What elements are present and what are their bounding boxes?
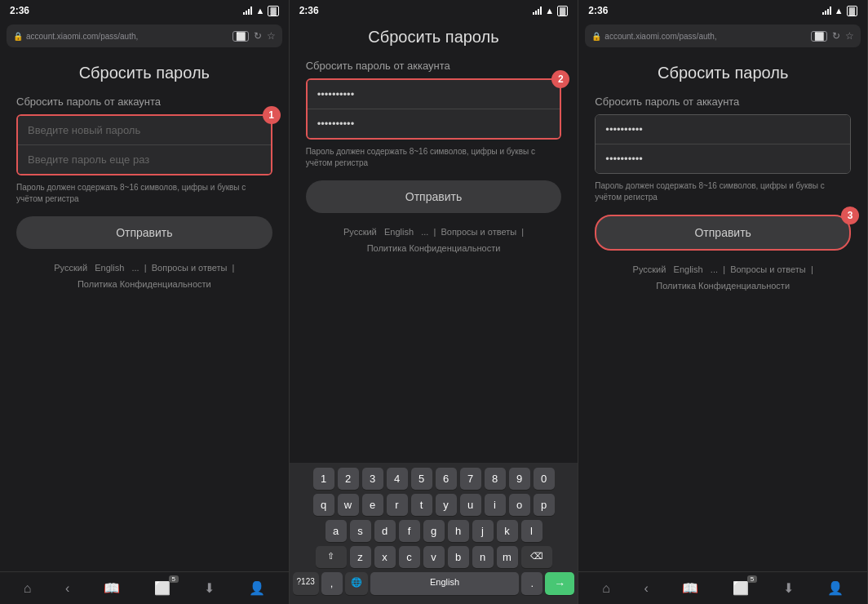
status-icons-3: ▲ ▓: [822, 6, 857, 16]
kb-key-j[interactable]: j: [472, 520, 494, 542]
lang-ru-1[interactable]: Русский: [54, 263, 87, 273]
wifi-icon-1: ▲: [255, 6, 264, 16]
kb-key-f[interactable]: f: [399, 520, 420, 542]
new-password-input-1[interactable]: [18, 116, 271, 145]
kb-comma-key[interactable]: ,: [321, 572, 343, 595]
tabs-nav-btn-3[interactable]: ⬜ 5: [728, 579, 754, 597]
address-bar-3[interactable]: 🔒 account.xiaomi.com/pass/auth, ⬜ ↻ ☆: [585, 24, 861, 47]
lang-more-3[interactable]: ...: [711, 264, 718, 274]
privacy-link-3[interactable]: Политика Конфиденциальности: [656, 281, 790, 291]
kb-key-v[interactable]: v: [423, 546, 445, 568]
profile-nav-btn-3[interactable]: 👤: [822, 579, 848, 597]
qa-link-2[interactable]: Вопросы и ответы: [441, 227, 516, 237]
profile-nav-btn-1[interactable]: 👤: [244, 579, 270, 597]
kb-key-g[interactable]: g: [423, 520, 445, 542]
kb-key-s[interactable]: s: [350, 520, 371, 542]
phone-panel-2: 2:36 ▲ ▓ Сбросить пароль Сбросить пароль…: [290, 0, 579, 604]
status-bar-1: 2:36 ▲ ▓: [0, 0, 289, 21]
kb-key-n[interactable]: n: [472, 546, 494, 568]
privacy-link-2[interactable]: Политика Конфиденциальности: [367, 243, 501, 253]
submit-button-3[interactable]: Отправить: [595, 215, 851, 251]
kb-key-d[interactable]: d: [374, 520, 396, 542]
kb-key-u[interactable]: u: [460, 494, 481, 516]
status-icons-1: ▲ ▓: [243, 6, 278, 16]
confirm-password-input-2[interactable]: [308, 109, 560, 138]
kb-key-w[interactable]: w: [338, 494, 359, 516]
kb-key-7[interactable]: 7: [460, 468, 481, 490]
kb-symbols-key[interactable]: ?123: [293, 572, 319, 595]
kb-key-i[interactable]: i: [485, 494, 506, 516]
kb-key-l[interactable]: l: [521, 520, 542, 542]
back-nav-btn-3[interactable]: ‹: [639, 580, 653, 597]
kb-period-key[interactable]: .: [521, 572, 542, 595]
lang-ru-3[interactable]: Русский: [633, 264, 666, 274]
refresh-icon-1[interactable]: ↻: [254, 30, 262, 42]
privacy-link-1[interactable]: Политика Конфиденциальности: [78, 279, 211, 289]
kb-key-t[interactable]: t: [411, 494, 432, 516]
kb-key-z[interactable]: z: [350, 546, 371, 568]
kb-key-o[interactable]: o: [509, 494, 530, 516]
confirm-password-input-1[interactable]: [18, 145, 271, 174]
step-badge-2: 2: [551, 70, 569, 88]
section-label-1: Сбросить пароль от аккаунта: [16, 95, 272, 108]
downloads-nav-btn-3[interactable]: ⬇: [778, 579, 799, 597]
kb-key-p[interactable]: p: [534, 494, 555, 516]
kb-globe-key[interactable]: 🌐: [345, 572, 368, 595]
bookmark-icon-3[interactable]: ☆: [845, 30, 854, 42]
back-nav-btn-1[interactable]: ‹: [60, 580, 74, 597]
kb-key-4[interactable]: 4: [387, 468, 408, 490]
kb-key-m[interactable]: m: [497, 546, 518, 568]
kb-key-k[interactable]: k: [497, 520, 518, 542]
kb-key-e[interactable]: e: [362, 494, 383, 516]
kb-go-key[interactable]: →: [545, 572, 574, 595]
new-password-input-3[interactable]: [596, 115, 850, 144]
kb-key-y[interactable]: y: [436, 494, 457, 516]
kb-key-b[interactable]: b: [448, 546, 469, 568]
lang-en-1[interactable]: English: [95, 263, 124, 273]
qa-link-3[interactable]: Вопросы и ответы: [730, 264, 806, 274]
address-actions-3: ⬜ ↻ ☆: [811, 30, 854, 42]
home-nav-btn-3[interactable]: ⌂: [597, 580, 615, 597]
submit-button-1[interactable]: Отправить: [16, 216, 272, 249]
kb-key-3[interactable]: 3: [362, 468, 383, 490]
refresh-icon-3[interactable]: ↻: [832, 30, 840, 42]
lang-more-2[interactable]: ...: [421, 227, 428, 237]
kb-shift-key[interactable]: ⇧: [316, 546, 347, 568]
section-label-2: Сбросить пароль от аккаунта: [306, 60, 562, 72]
tabs-nav-btn-1[interactable]: ⬜ 5: [149, 579, 175, 597]
downloads-nav-btn-1[interactable]: ⬇: [199, 579, 219, 597]
bookmark-icon-1[interactable]: ☆: [267, 30, 276, 42]
tabs-icon-3[interactable]: ⬜: [811, 31, 827, 42]
kb-key-6[interactable]: 6: [436, 468, 457, 490]
kb-key-1[interactable]: 1: [313, 468, 334, 490]
lang-more-1[interactable]: ...: [132, 263, 140, 273]
kb-key-q[interactable]: q: [313, 494, 334, 516]
kb-key-9[interactable]: 9: [509, 468, 530, 490]
lang-ru-2[interactable]: Русский: [343, 227, 377, 237]
kb-key-8[interactable]: 8: [485, 468, 506, 490]
kb-key-h[interactable]: h: [448, 520, 469, 542]
kb-key-c[interactable]: c: [399, 546, 420, 568]
kb-key-0[interactable]: 0: [534, 468, 555, 490]
page-content-1: Сбросить пароль Сбросить пароль от аккау…: [0, 51, 289, 571]
kb-backspace-key[interactable]: ⌫: [521, 546, 552, 568]
kb-key-r[interactable]: r: [387, 494, 408, 516]
lock-icon-3: 🔒: [591, 32, 601, 41]
qa-link-1[interactable]: Вопросы и ответы: [152, 263, 228, 273]
tabs-icon-1[interactable]: ⬜: [232, 31, 249, 42]
home-nav-btn-1[interactable]: ⌂: [19, 580, 37, 597]
kb-key-2[interactable]: 2: [338, 468, 359, 490]
kb-key-a[interactable]: a: [326, 520, 347, 542]
address-bar-1[interactable]: 🔒 account.xiaomi.com/pass/auth, ⬜ ↻ ☆: [7, 24, 282, 47]
bookmarks-nav-btn-3[interactable]: 📖: [677, 579, 703, 597]
kb-key-x[interactable]: x: [374, 546, 396, 568]
lang-en-2[interactable]: English: [384, 227, 414, 237]
new-password-input-2[interactable]: [308, 80, 560, 109]
hint-text-1: Пароль должен содержать 8~16 символов, ц…: [16, 182, 272, 205]
submit-button-2[interactable]: Отправить: [306, 180, 562, 213]
kb-key-5[interactable]: 5: [411, 468, 432, 490]
lang-en-3[interactable]: English: [674, 264, 703, 274]
kb-space-key[interactable]: English: [370, 572, 520, 595]
confirm-password-input-3[interactable]: [596, 144, 850, 173]
bookmarks-nav-btn-1[interactable]: 📖: [99, 579, 125, 597]
